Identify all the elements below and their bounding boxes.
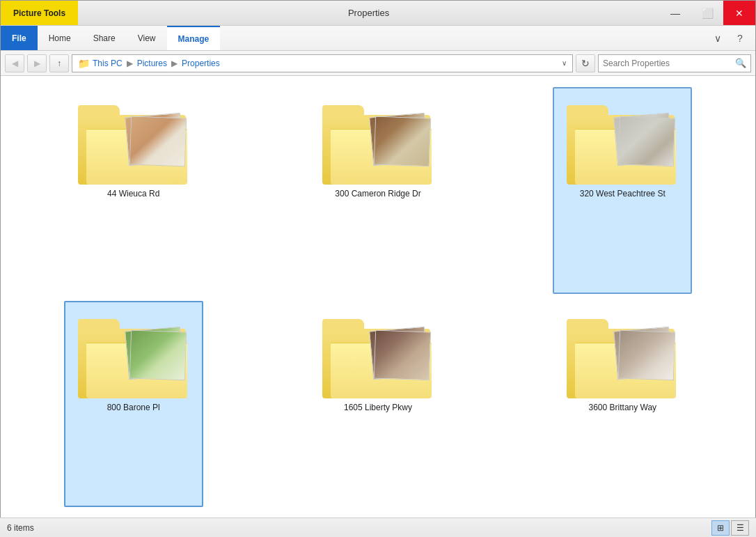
tab-manage[interactable]: Manage [167, 26, 221, 50]
tab-home[interactable]: Home [38, 26, 82, 50]
ribbon: File Home Share View Manage ∨ ? [1, 26, 755, 51]
folder-icon-3600-brittany [567, 308, 678, 398]
address-path: 📁 This PC ▶ Pictures ▶ Properties ∨ [72, 54, 573, 72]
refresh-button[interactable]: ↻ [576, 54, 595, 72]
close-button[interactable]: ✕ [723, 1, 755, 25]
folder-label-6: 3600 Brittany Way [589, 403, 657, 412]
folder-icon-800-barone [78, 308, 189, 398]
folder-1605-liberty[interactable]: 1605 Liberty Pkwy [308, 301, 448, 508]
help-button[interactable]: ? [730, 29, 750, 48]
folder-icon-320-west [567, 94, 678, 185]
file-grid: 44 Wieuca Rd 300 Cameron Ridge Dr 320 We… [1, 76, 755, 518]
up-button[interactable]: ↑ [49, 54, 69, 72]
tab-view[interactable]: View [127, 26, 167, 50]
folder-label-2: 300 Cameron Ridge Dr [335, 189, 420, 199]
ribbon-dropdown-button[interactable]: ∨ [708, 29, 727, 48]
maximize-button[interactable]: ⬜ [691, 1, 723, 25]
forward-button[interactable]: ▶ [27, 54, 47, 72]
title-bar: Picture Tools Properties — ⬜ ✕ [1, 1, 755, 26]
item-count: 6 items [7, 523, 34, 533]
path-folder-icon: 📁 [78, 58, 90, 69]
path-thispc[interactable]: This PC [93, 59, 123, 68]
folder-300-cameron[interactable]: 300 Cameron Ridge Dr [308, 87, 448, 294]
search-box: 🔍 [598, 54, 751, 72]
folder-label-4: 800 Barone Pl [107, 403, 160, 412]
back-button[interactable]: ◀ [5, 54, 24, 72]
search-icon[interactable]: 🔍 [735, 58, 746, 68]
path-dropdown-button[interactable]: ∨ [562, 59, 567, 67]
folder-3600-brittany[interactable]: 3600 Brittany Way [553, 301, 692, 508]
list-view-button[interactable]: ☰ [731, 520, 749, 536]
view-toggle-buttons: ⊞ ☰ [711, 520, 749, 536]
tab-share[interactable]: Share [82, 26, 127, 50]
tab-file[interactable]: File [1, 26, 38, 50]
window-title: Properties [78, 1, 659, 25]
window-controls: — ⬜ ✕ [659, 1, 755, 25]
picture-tools-label: Picture Tools [1, 1, 78, 25]
folder-label-5: 1605 Liberty Pkwy [344, 403, 412, 412]
folder-800-barone[interactable]: 800 Barone Pl [64, 301, 203, 508]
path-properties[interactable]: Properties [182, 59, 220, 68]
folder-label-1: 44 Wieuca Rd [107, 189, 159, 199]
minimize-button[interactable]: — [659, 1, 691, 25]
folder-44-wieuca[interactable]: 44 Wieuca Rd [64, 87, 203, 294]
folder-320-west-peachtree[interactable]: 320 West Peachtree St [553, 87, 692, 294]
folder-icon-44-wieuca [78, 94, 189, 185]
folder-label-3: 320 West Peachtree St [580, 189, 666, 199]
search-input[interactable] [603, 59, 732, 68]
address-bar: ◀ ▶ ↑ 📁 This PC ▶ Pictures ▶ Properties … [1, 51, 755, 76]
path-pictures[interactable]: Pictures [137, 59, 167, 68]
folder-icon-300-cameron [322, 94, 434, 185]
status-bar: 6 items ⊞ ☰ [0, 517, 756, 537]
grid-view-button[interactable]: ⊞ [711, 520, 730, 536]
folder-icon-1605-liberty [322, 308, 434, 398]
